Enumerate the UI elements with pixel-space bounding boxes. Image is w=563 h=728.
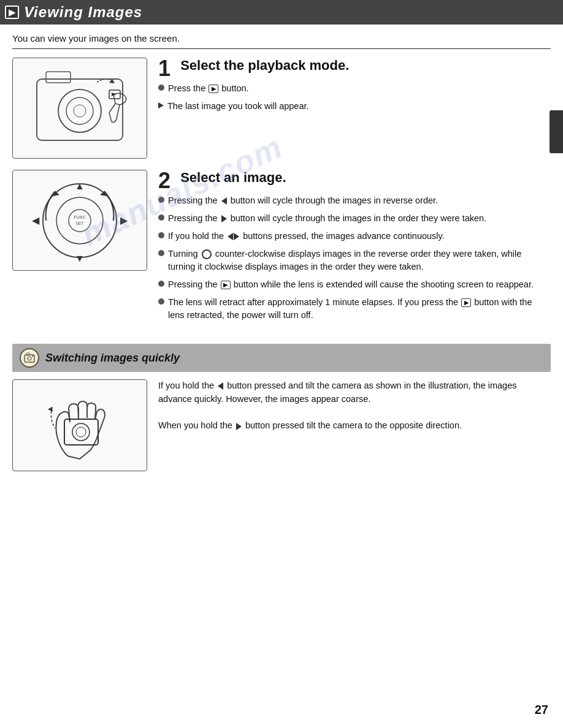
step1-bullet-1-text: Press the ▶ button. — [168, 82, 249, 95]
left-arrow-icon — [228, 233, 233, 240]
step2-bullet-3: If you hold the buttons pressed, the ima… — [158, 230, 551, 243]
section-divider — [12, 48, 551, 49]
bullet-dot — [158, 281, 164, 287]
play-button-icon: ▶ — [209, 85, 218, 93]
switching-row: If you hold the button pressed and tilt … — [12, 379, 551, 471]
svg-point-20 — [28, 357, 31, 360]
step1-row: 1 Select the playback mode. Press the ▶ … — [12, 58, 551, 159]
lr-arrow-icon — [228, 233, 239, 240]
svg-rect-0 — [37, 79, 123, 140]
step2-bullet-5-text: Pressing the ▶ button while the lens is … — [168, 278, 534, 291]
svg-rect-10 — [69, 210, 91, 232]
step2-bullet-6-text: The lens will retract after approximatel… — [168, 296, 551, 322]
main-content: You can view your images on the screen. — [0, 25, 563, 477]
right-tab — [550, 110, 563, 153]
step2-heading: Select an image. — [180, 170, 286, 185]
step2-bullet-2-text: Pressing the button will cycle through t… — [168, 212, 486, 225]
step1-content: 1 Select the playback mode. Press the ▶ … — [158, 58, 551, 118]
steps-container: 1 Select the playback mode. Press the ▶ … — [12, 58, 551, 338]
svg-point-2 — [58, 89, 101, 132]
bullet-dot — [158, 214, 164, 221]
step1-bullet-1: Press the ▶ button. — [158, 82, 551, 95]
play-button-icon: ▶ — [461, 298, 471, 307]
bullet-dot — [158, 298, 164, 305]
svg-rect-1 — [46, 72, 71, 83]
play-button-icon: ▶ — [221, 281, 231, 289]
left-arrow-icon — [221, 197, 227, 205]
step1-bullet-2-text: The last image you took will appear. — [167, 100, 309, 113]
step1-heading: Select the playback mode. — [180, 58, 349, 73]
svg-text:▼: ▼ — [75, 253, 85, 264]
right-arrow-icon — [234, 233, 239, 240]
svg-text:◀: ◀ — [32, 215, 40, 226]
right-arrow-icon — [236, 423, 242, 430]
switching-bar: Switching images quickly — [12, 344, 551, 372]
svg-point-4 — [74, 105, 86, 117]
step1-image — [12, 58, 147, 159]
switching-image — [12, 379, 147, 471]
step2-bullet-5: Pressing the ▶ button while the lens is … — [158, 278, 551, 291]
svg-text:▶: ▶ — [120, 215, 128, 226]
step1-bullet-2: The last image you took will appear. — [158, 100, 551, 113]
header-bar: ▶ Viewing Images — [0, 0, 563, 25]
step2-content: 2 Select an image. Pressing the button w… — [158, 170, 551, 327]
svg-point-9 — [56, 197, 103, 244]
step2-image: FUNC SET ▲ ▼ ◀ ▶ — [12, 170, 147, 271]
bullet-dot — [158, 232, 164, 238]
dial-icon — [202, 249, 212, 259]
step2-bullet-4: Turning counter-clockwise displays image… — [158, 248, 551, 273]
step2-bullet-4-text: Turning counter-clockwise displays image… — [168, 248, 551, 273]
svg-point-21 — [32, 355, 33, 357]
left-arrow-icon — [218, 382, 223, 390]
svg-marker-26 — [48, 407, 53, 412]
switching-description: If you hold the button pressed and tilt … — [158, 381, 516, 430]
step2-bullet-6: The lens will retract after approximatel… — [158, 296, 551, 322]
right-arrow-icon — [221, 215, 227, 222]
bullet-dot — [158, 197, 164, 203]
page-number: 27 — [535, 703, 548, 717]
step2-bullet-3-text: If you hold the buttons pressed, the ima… — [168, 230, 445, 243]
bullet-dot — [158, 85, 164, 91]
step2-row: FUNC SET ▲ ▼ ◀ ▶ — [12, 170, 551, 327]
header-icon: ▶ — [5, 6, 19, 19]
svg-text:SET: SET — [75, 221, 84, 226]
bullet-dot — [158, 250, 164, 256]
intro-text: You can view your images on the screen. — [12, 33, 551, 44]
switching-icon — [20, 348, 39, 368]
header-title: Viewing Images — [24, 4, 142, 21]
svg-text:▲: ▲ — [75, 181, 85, 191]
step2-bullet-1: Pressing the button will cycle through t… — [158, 194, 551, 207]
step2-bullets: Pressing the button will cycle through t… — [158, 194, 551, 322]
switching-title: Switching images quickly — [45, 352, 180, 365]
step1-bullets: Press the ▶ button. The last image you t… — [158, 82, 551, 113]
svg-text:FUNC: FUNC — [74, 215, 85, 219]
step2-bullet-2: Pressing the button will cycle through t… — [158, 212, 551, 225]
switching-text: If you hold the button pressed and tilt … — [158, 379, 551, 433]
bullet-triangle — [158, 102, 164, 108]
svg-point-24 — [72, 423, 90, 441]
step2-number: 2 — [158, 170, 177, 189]
svg-point-3 — [66, 97, 93, 124]
step2-bullet-1-text: Pressing the button will cycle through t… — [168, 194, 438, 207]
svg-point-25 — [76, 427, 86, 437]
step1-number: 1 — [158, 58, 177, 77]
